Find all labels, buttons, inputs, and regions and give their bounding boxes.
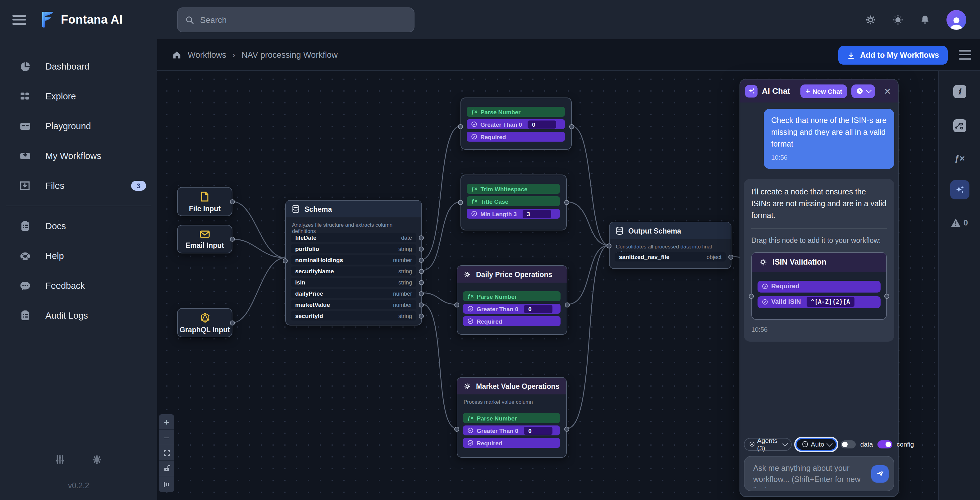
- chip-trim-whitespace[interactable]: ƒ×Trim Whitespace: [467, 184, 560, 194]
- chip-required[interactable]: Required: [467, 132, 565, 141]
- data-toggle[interactable]: [841, 440, 856, 448]
- sidebar-item-docs[interactable]: Docs: [0, 211, 157, 241]
- zoom-out-button[interactable]: −: [159, 430, 174, 445]
- output-port[interactable]: [230, 199, 235, 204]
- close-icon[interactable]: ✕: [882, 86, 893, 96]
- sidebar-item-help[interactable]: Help: [0, 241, 157, 271]
- node-schema[interactable]: Schema Analyzes file structure and extra…: [285, 200, 422, 325]
- search-input[interactable]: Search: [177, 8, 415, 32]
- sidebar-toggle-icon[interactable]: [13, 14, 26, 25]
- sidebar-item-my-workflows[interactable]: My Workflows: [0, 141, 157, 171]
- schema-field-row[interactable]: isinstring: [291, 278, 416, 287]
- settings-gear-icon[interactable]: [91, 454, 103, 465]
- input-port[interactable]: [458, 200, 463, 205]
- page-menu-icon[interactable]: [959, 50, 971, 60]
- output-port[interactable]: [419, 246, 424, 251]
- zoom-in-button[interactable]: +: [159, 414, 174, 430]
- node-map-button[interactable]: [939, 119, 980, 132]
- layout-button[interactable]: [159, 476, 174, 492]
- chip-value-input[interactable]: ^[A-Z]{2}[A: [807, 297, 854, 307]
- output-port[interactable]: [564, 200, 569, 205]
- chip-value-input[interactable]: 0: [524, 305, 552, 313]
- output-port[interactable]: [419, 280, 424, 285]
- input-port[interactable]: [454, 303, 459, 308]
- chip-value-input[interactable]: 0: [524, 426, 552, 435]
- schema-field-row[interactable]: nominalHoldingsnumber: [291, 255, 416, 265]
- schema-field-row[interactable]: securityIdstring: [291, 311, 416, 321]
- output-port[interactable]: [419, 313, 424, 318]
- info-panel-button[interactable]: i: [939, 85, 980, 98]
- new-chat-button[interactable]: +New Chat: [801, 84, 847, 98]
- output-port[interactable]: [884, 294, 889, 298]
- input-port[interactable]: [606, 243, 611, 248]
- chip-title-case[interactable]: ƒ×Title Case: [467, 196, 560, 206]
- mode-dropdown[interactable]: Auto: [795, 438, 837, 451]
- chip-required[interactable]: Required: [463, 316, 560, 326]
- fx-panel-button[interactable]: ƒ×: [939, 153, 980, 163]
- breadcrumb-root[interactable]: Workflows: [188, 50, 226, 59]
- fit-view-button[interactable]: [159, 445, 174, 461]
- output-port[interactable]: [419, 269, 424, 274]
- input-port[interactable]: [283, 259, 288, 263]
- chip-required[interactable]: Required: [757, 281, 881, 292]
- filters-sliders-icon[interactable]: [55, 454, 65, 465]
- input-port[interactable]: [458, 124, 463, 129]
- theme-sun-icon[interactable]: [892, 14, 904, 25]
- schema-field-row[interactable]: marketValuenumber: [291, 300, 416, 310]
- chip-valid-isin[interactable]: Valid ISIN^[A-Z]{2}[A: [757, 296, 881, 308]
- node-graphql-input[interactable]: GraphQL Input: [177, 308, 232, 337]
- chip-parse-number[interactable]: ƒ×Parse Number: [463, 413, 560, 423]
- node-nominal-ops[interactable]: ƒ×Parse Number Greater Than 00 Required: [460, 97, 572, 150]
- node-market-value-ops[interactable]: Market Value Operations Process market v…: [457, 377, 567, 458]
- chip-value-input[interactable]: 0: [528, 120, 556, 128]
- output-port[interactable]: [230, 320, 235, 325]
- sidebar-item-feedback[interactable]: Feedback: [0, 271, 157, 301]
- chip-greater-than[interactable]: Greater Than 00: [463, 304, 560, 314]
- home-icon[interactable]: [172, 50, 181, 59]
- config-toggle[interactable]: [877, 440, 892, 448]
- output-port[interactable]: [419, 235, 424, 240]
- chat-input[interactable]: [752, 462, 870, 487]
- node-email-input[interactable]: Email Input: [177, 225, 232, 253]
- add-to-my-workflows-button[interactable]: Add to My Workflows: [838, 46, 948, 65]
- chip-required[interactable]: Required: [463, 438, 560, 448]
- app-logo[interactable]: Fontana AI: [40, 11, 123, 28]
- node-file-input[interactable]: File Input: [177, 187, 232, 216]
- notifications-bell-icon[interactable]: [920, 14, 930, 25]
- sidebar-item-dashboard[interactable]: Dashboard: [0, 52, 157, 81]
- settings-gear-icon[interactable]: [865, 14, 876, 25]
- output-port[interactable]: [419, 302, 424, 307]
- chip-greater-than[interactable]: Greater Than 00: [463, 425, 560, 435]
- node-name-ops[interactable]: ƒ×Trim Whitespace ƒ×Title Case Min Lengt…: [460, 175, 567, 230]
- output-port[interactable]: [565, 303, 570, 308]
- output-port[interactable]: [569, 124, 574, 129]
- chat-history-button[interactable]: [852, 84, 875, 98]
- draggable-isin-validation-node[interactable]: ISIN Validation Required Valid ISIN^[A-Z…: [751, 252, 887, 319]
- errors-indicator[interactable]: 0: [939, 218, 980, 227]
- chip-min-length[interactable]: Min Length 33: [467, 209, 560, 219]
- node-output-schema[interactable]: Output Schema Consolidates all processed…: [609, 222, 732, 269]
- sidebar-item-explore[interactable]: Explore: [0, 81, 157, 111]
- send-button[interactable]: [871, 465, 889, 482]
- chip-value-input[interactable]: 3: [522, 210, 551, 218]
- chip-parse-number[interactable]: ƒ×Parse Number: [463, 291, 560, 301]
- schema-field-row[interactable]: fileDatedate: [291, 233, 416, 242]
- schema-field-row[interactable]: securityNamestring: [291, 267, 416, 276]
- schema-field-row[interactable]: dailyPricenumber: [291, 289, 416, 298]
- node-daily-price-ops[interactable]: Daily Price Operations ƒ×Parse Number Gr…: [457, 265, 567, 335]
- output-port[interactable]: [728, 254, 733, 259]
- output-port[interactable]: [230, 237, 235, 241]
- chip-greater-than[interactable]: Greater Than 00: [467, 119, 565, 129]
- schema-field-row[interactable]: sanitized_nav_fileobject: [615, 252, 726, 262]
- sidebar-item-playground[interactable]: Playground: [0, 111, 157, 141]
- input-port[interactable]: [749, 294, 754, 298]
- sidebar-item-audit-logs[interactable]: Audit Logs: [0, 301, 157, 330]
- chip-parse-number[interactable]: ƒ×Parse Number: [467, 107, 565, 117]
- ai-chat-button[interactable]: [939, 180, 980, 199]
- output-port[interactable]: [419, 257, 424, 262]
- agents-dropdown[interactable]: Agents (3): [744, 438, 791, 451]
- output-port[interactable]: [564, 427, 569, 432]
- output-port[interactable]: [419, 291, 424, 296]
- user-avatar[interactable]: [947, 10, 966, 30]
- sidebar-item-files[interactable]: Files 3: [0, 171, 157, 201]
